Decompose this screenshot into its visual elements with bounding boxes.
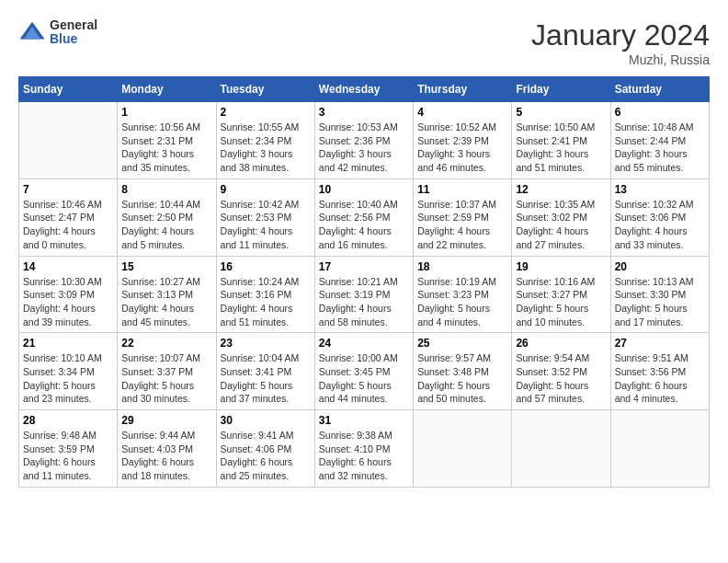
weekday-header-monday: Monday xyxy=(118,77,216,102)
day-info: Sunrise: 10:53 AMSunset: 2:36 PMDaylight… xyxy=(319,121,409,175)
weekday-header-sunday: Sunday xyxy=(19,77,118,102)
location-subtitle: Muzhi, Russia xyxy=(531,52,710,67)
day-info: Sunrise: 9:41 AMSunset: 4:06 PMDaylight:… xyxy=(221,429,311,483)
day-info: Sunrise: 10:04 AMSunset: 3:41 PMDaylight… xyxy=(221,351,311,406)
weekday-header-wednesday: Wednesday xyxy=(314,77,413,102)
logo-general-text: General xyxy=(50,18,97,32)
day-number: 15 xyxy=(121,260,211,273)
day-number: 8 xyxy=(121,183,211,196)
weekday-header-thursday: Thursday xyxy=(414,77,512,102)
day-number: 17 xyxy=(319,260,409,273)
day-number: 22 xyxy=(121,337,211,350)
calendar-day: 17Sunrise: 10:21 AMSunset: 3:19 PMDaylig… xyxy=(314,256,413,333)
day-number: 2 xyxy=(221,106,311,119)
logo-blue-text: Blue xyxy=(50,32,97,46)
calendar-day xyxy=(19,102,118,179)
day-info: Sunrise: 10:56 AMSunset: 2:31 PMDaylight… xyxy=(121,121,211,175)
calendar-day: 9Sunrise: 10:42 AMSunset: 2:53 PMDayligh… xyxy=(216,178,314,256)
calendar-day xyxy=(512,410,610,488)
day-info: Sunrise: 10:52 AMSunset: 2:39 PMDaylight… xyxy=(417,121,507,175)
weekday-header-saturday: Saturday xyxy=(610,77,709,102)
day-number: 16 xyxy=(221,260,311,273)
day-number: 18 xyxy=(417,260,507,273)
calendar-day: 24Sunrise: 10:00 AMSunset: 3:45 PMDaylig… xyxy=(314,333,413,410)
day-number: 6 xyxy=(615,106,705,119)
day-number: 30 xyxy=(221,414,311,427)
day-info: Sunrise: 10:19 AMSunset: 3:23 PMDaylight… xyxy=(417,275,507,329)
day-number: 28 xyxy=(23,414,113,427)
day-number: 12 xyxy=(516,183,606,196)
calendar-table: SundayMondayTuesdayWednesdayThursdayFrid… xyxy=(18,76,710,488)
calendar-day: 2Sunrise: 10:55 AMSunset: 2:34 PMDayligh… xyxy=(216,102,314,179)
page-header: General Blue January 2024 Muzhi, Russia xyxy=(18,18,710,67)
calendar-day: 27Sunrise: 9:51 AMSunset: 3:56 PMDayligh… xyxy=(610,333,709,410)
calendar-week-1: 1Sunrise: 10:56 AMSunset: 2:31 PMDayligh… xyxy=(19,102,710,179)
title-block: January 2024 Muzhi, Russia xyxy=(531,18,710,67)
calendar-day: 19Sunrise: 10:16 AMSunset: 3:27 PMDaylig… xyxy=(512,256,610,333)
calendar-day: 6Sunrise: 10:48 AMSunset: 2:44 PMDayligh… xyxy=(610,102,709,179)
day-info: Sunrise: 9:57 AMSunset: 3:48 PMDaylight:… xyxy=(417,351,507,406)
calendar-day: 13Sunrise: 10:32 AMSunset: 3:06 PMDaylig… xyxy=(610,178,709,256)
calendar-day: 23Sunrise: 10:04 AMSunset: 3:41 PMDaylig… xyxy=(216,333,314,410)
day-number: 9 xyxy=(221,183,311,196)
weekday-header-tuesday: Tuesday xyxy=(216,77,314,102)
day-info: Sunrise: 10:37 AMSunset: 2:59 PMDaylight… xyxy=(417,198,507,252)
calendar-day: 26Sunrise: 9:54 AMSunset: 3:52 PMDayligh… xyxy=(512,333,610,410)
calendar-day: 18Sunrise: 10:19 AMSunset: 3:23 PMDaylig… xyxy=(414,256,512,333)
day-number: 25 xyxy=(417,337,507,350)
day-info: Sunrise: 9:54 AMSunset: 3:52 PMDaylight:… xyxy=(516,351,606,406)
weekday-header-friday: Friday xyxy=(512,77,610,102)
day-info: Sunrise: 10:32 AMSunset: 3:06 PMDaylight… xyxy=(615,198,705,252)
logo-icon xyxy=(18,18,46,46)
logo: General Blue xyxy=(18,18,97,47)
day-number: 10 xyxy=(319,183,409,196)
day-info: Sunrise: 10:44 AMSunset: 2:50 PMDaylight… xyxy=(121,198,211,252)
day-number: 11 xyxy=(417,183,507,196)
day-info: Sunrise: 10:24 AMSunset: 3:16 PMDaylight… xyxy=(221,275,311,329)
day-number: 7 xyxy=(23,183,113,196)
day-info: Sunrise: 9:44 AMSunset: 4:03 PMDaylight:… xyxy=(121,429,211,483)
day-info: Sunrise: 10:00 AMSunset: 3:45 PMDaylight… xyxy=(319,351,409,406)
day-number: 31 xyxy=(319,414,409,427)
month-title: January 2024 xyxy=(531,18,710,52)
day-number: 20 xyxy=(615,260,705,273)
calendar-day: 22Sunrise: 10:07 AMSunset: 3:37 PMDaylig… xyxy=(118,333,216,410)
day-info: Sunrise: 10:35 AMSunset: 3:02 PMDaylight… xyxy=(516,198,606,252)
calendar-day: 12Sunrise: 10:35 AMSunset: 3:02 PMDaylig… xyxy=(512,178,610,256)
day-info: Sunrise: 10:46 AMSunset: 2:47 PMDaylight… xyxy=(23,198,113,252)
day-info: Sunrise: 10:16 AMSunset: 3:27 PMDaylight… xyxy=(516,275,606,329)
calendar-week-4: 21Sunrise: 10:10 AMSunset: 3:34 PMDaylig… xyxy=(19,333,710,410)
calendar-day: 16Sunrise: 10:24 AMSunset: 3:16 PMDaylig… xyxy=(216,256,314,333)
day-number: 4 xyxy=(417,106,507,119)
day-number: 19 xyxy=(516,260,606,273)
calendar-day: 21Sunrise: 10:10 AMSunset: 3:34 PMDaylig… xyxy=(19,333,118,410)
calendar-day: 1Sunrise: 10:56 AMSunset: 2:31 PMDayligh… xyxy=(118,102,216,179)
calendar-day: 28Sunrise: 9:48 AMSunset: 3:59 PMDayligh… xyxy=(19,410,118,488)
day-info: Sunrise: 10:50 AMSunset: 2:41 PMDaylight… xyxy=(516,121,606,175)
day-info: Sunrise: 10:21 AMSunset: 3:19 PMDaylight… xyxy=(319,275,409,329)
day-info: Sunrise: 10:07 AMSunset: 3:37 PMDaylight… xyxy=(121,351,211,406)
day-info: Sunrise: 10:30 AMSunset: 3:09 PMDaylight… xyxy=(23,275,113,329)
logo-text: General Blue xyxy=(50,18,97,47)
day-number: 21 xyxy=(23,337,113,350)
day-number: 29 xyxy=(121,414,211,427)
day-info: Sunrise: 9:48 AMSunset: 3:59 PMDaylight:… xyxy=(23,429,113,483)
calendar-day: 4Sunrise: 10:52 AMSunset: 2:39 PMDayligh… xyxy=(414,102,512,179)
day-number: 14 xyxy=(23,260,113,273)
calendar-header-row: SundayMondayTuesdayWednesdayThursdayFrid… xyxy=(19,77,710,102)
day-info: Sunrise: 10:10 AMSunset: 3:34 PMDaylight… xyxy=(23,351,113,406)
day-info: Sunrise: 10:40 AMSunset: 2:56 PMDaylight… xyxy=(319,198,409,252)
calendar-day: 20Sunrise: 10:13 AMSunset: 3:30 PMDaylig… xyxy=(610,256,709,333)
day-info: Sunrise: 10:55 AMSunset: 2:34 PMDaylight… xyxy=(221,121,311,175)
calendar-day: 30Sunrise: 9:41 AMSunset: 4:06 PMDayligh… xyxy=(216,410,314,488)
calendar-day xyxy=(414,410,512,488)
day-info: Sunrise: 10:42 AMSunset: 2:53 PMDaylight… xyxy=(221,198,311,252)
calendar-day xyxy=(610,410,709,488)
day-number: 26 xyxy=(516,337,606,350)
calendar-week-5: 28Sunrise: 9:48 AMSunset: 3:59 PMDayligh… xyxy=(19,410,710,488)
day-info: Sunrise: 10:48 AMSunset: 2:44 PMDaylight… xyxy=(615,121,705,175)
calendar-day: 29Sunrise: 9:44 AMSunset: 4:03 PMDayligh… xyxy=(118,410,216,488)
day-info: Sunrise: 9:38 AMSunset: 4:10 PMDaylight:… xyxy=(319,429,409,483)
calendar-day: 15Sunrise: 10:27 AMSunset: 3:13 PMDaylig… xyxy=(118,256,216,333)
calendar-day: 14Sunrise: 10:30 AMSunset: 3:09 PMDaylig… xyxy=(19,256,118,333)
